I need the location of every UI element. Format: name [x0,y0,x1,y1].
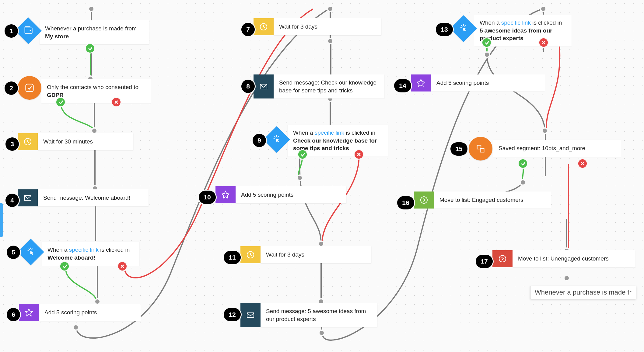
step-number-badge: 9 [253,134,266,147]
star-icon [411,74,431,91]
segment-icon [475,143,486,154]
move-unengaged[interactable]: Move to list: Unengaged customers [492,250,635,267]
add-5pts-3[interactable]: Add 5 scoring points [411,74,545,91]
send-ideas[interactable]: Send message: 5 awesome ideas from our p… [240,303,377,327]
step-number-badge: 12 [224,308,241,321]
connector-dot [95,299,100,304]
step-number-badge: 16 [397,196,414,209]
wait-3days-1[interactable]: Wait for 3 days [254,18,381,35]
connector-dot [320,331,324,335]
branch-no-icon [118,262,127,271]
connector-dot [328,7,332,11]
specific-link[interactable]: specific link [501,19,531,26]
add-5pts-2[interactable]: Add 5 scoring points [215,186,346,203]
node-text: Move to list: Unengaged customers [513,250,615,267]
step-number-badge: 10 [199,191,216,204]
connector-dot [328,39,332,43]
node-text: When a specific link is clicked in Welco… [42,242,139,266]
trigger-link-welcome-card[interactable]: When a specific link is clicked in Welco… [42,242,139,266]
condition-gdpr[interactable] [18,76,41,100]
branch-yes-icon [56,98,65,106]
connector-dot [74,325,78,330]
node-text: Saved segment: 10pts_and_more [493,140,592,157]
trigger-purchase-card[interactable]: Whenever a purchase is made from My stor… [40,20,149,44]
branch-yes-icon [482,38,491,47]
node-text: Add 5 scoring points [431,75,495,91]
move-icon [414,192,434,209]
star-icon [215,186,236,203]
mail-icon [240,303,261,327]
connector-dot [298,176,302,180]
step-number-badge: 8 [241,80,255,93]
condition-segment[interactable] [469,137,492,160]
node-text: Whenever a purchase is made from My stor… [40,20,149,44]
connector-dot [89,7,93,11]
branch-yes-icon [60,262,69,271]
step-number-badge: 5 [7,246,20,259]
send-kb[interactable]: Send message: Check our knowledge base f… [254,74,384,98]
node-text: Send message: Check our knowledge base f… [274,74,384,98]
mail-icon [18,189,38,206]
step-number-badge: 1 [5,24,18,38]
move-engaged[interactable]: Move to list: Engaged customers [414,192,551,209]
mail-icon [254,74,274,98]
connector-dot [485,53,489,57]
clock-icon [240,246,261,263]
move-icon [492,250,513,267]
connector-dot [565,276,569,280]
consent-icon [24,83,35,93]
branch-no-icon [112,98,121,106]
branch-no-icon [355,150,363,159]
clock-icon [254,18,274,35]
node-text: Send message: 5 awesome ideas from our p… [261,303,377,327]
specific-link[interactable]: specific link [315,129,344,136]
node-text: Wait for 3 days [261,247,311,263]
wait-30min[interactable]: Wait for 30 minutes [18,133,133,150]
clock-icon [18,133,38,150]
branch-yes-icon [519,159,527,168]
connector-dot [92,129,96,133]
tooltip-text: Whenever a purchase is made fr [535,288,632,296]
connector-dot [319,242,323,246]
connector-dot [543,129,547,133]
node-text: Move to list: Engaged customers [434,192,530,208]
node-text: Wait for 30 minutes [38,133,100,150]
node-text: Wait for 3 days [274,19,324,35]
send-welcome[interactable]: Send message: Welcome aboard! [18,189,149,206]
wallet-icon [24,26,33,35]
tooltip: Whenever a purchase is made fr [530,286,636,299]
click-icon [459,23,468,33]
side-handle[interactable] [0,203,3,237]
click-icon [26,247,35,256]
step-number-badge: 17 [476,255,493,268]
specific-link[interactable]: specific link [69,247,99,253]
click-icon [272,134,281,143]
add-5pts-1[interactable]: Add 5 scoring points [19,304,141,321]
star-icon [19,304,39,321]
branch-no-icon [578,159,587,168]
connector-dot [541,7,545,11]
step-number-badge: 15 [450,142,467,156]
step-number-badge: 6 [7,308,20,321]
node-text: Send message: Welcome aboard! [38,190,137,206]
step-number-badge: 2 [5,81,18,95]
branch-yes-icon [298,150,307,159]
step-number-badge: 14 [394,79,411,92]
step-number-badge: 7 [241,23,255,36]
step-number-badge: 11 [224,251,241,264]
wait-3days-2[interactable]: Wait for 3 days [240,246,371,263]
step-number-badge: 4 [5,194,19,207]
connector-dot [521,180,525,185]
step-number-badge: 13 [436,23,453,36]
node-text: Add 5 scoring points [236,187,300,203]
condition-segment-card[interactable]: Saved segment: 10pts_and_more [493,140,621,157]
step-number-badge: 3 [5,137,19,151]
node-text: Add 5 scoring points [39,304,103,321]
branch-no-icon [539,38,548,47]
branch-yes-icon [86,44,94,53]
